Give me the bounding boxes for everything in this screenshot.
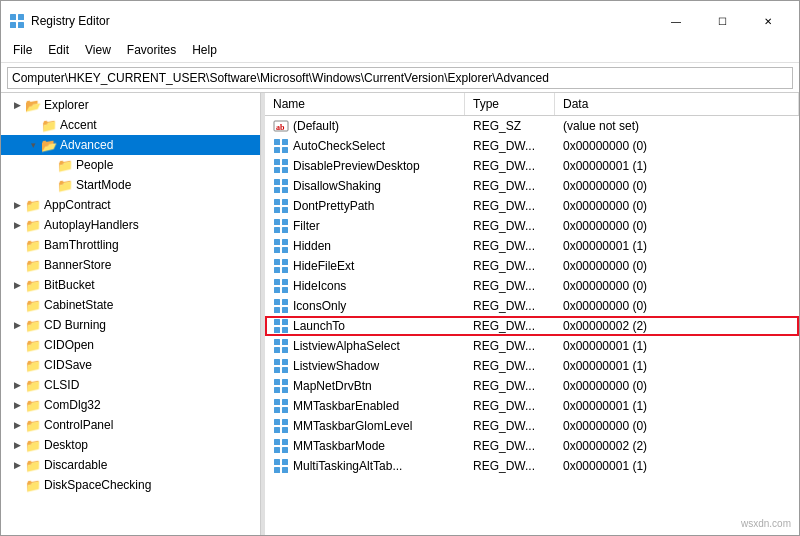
value-name: MultiTaskingAltTab...	[293, 459, 402, 473]
reg-value-icon	[273, 178, 289, 194]
reg-value-icon	[273, 158, 289, 174]
svg-rect-51	[282, 359, 288, 365]
tree-item[interactable]: ▶📁ComDlg32	[1, 395, 260, 415]
tree-item[interactable]: ▶📁BitBucket	[1, 275, 260, 295]
list-row[interactable]: HiddenREG_DW...0x00000001 (1)	[265, 236, 799, 256]
svg-rect-66	[274, 439, 280, 445]
tree-item-label: CD Burning	[44, 318, 106, 332]
col-header-name[interactable]: Name	[265, 93, 465, 115]
svg-rect-9	[282, 147, 288, 153]
svg-rect-0	[10, 14, 16, 20]
svg-rect-13	[282, 167, 288, 173]
svg-rect-71	[282, 459, 288, 465]
cell-type: REG_DW...	[465, 257, 555, 275]
svg-rect-69	[282, 447, 288, 453]
list-row[interactable]: MapNetDrvBtnREG_DW...0x00000000 (0)	[265, 376, 799, 396]
tree-item[interactable]: ▾📂Advanced	[1, 135, 260, 155]
tree-item-label: Advanced	[60, 138, 113, 152]
tree-item[interactable]: 📁BannerStore	[1, 255, 260, 275]
col-header-data[interactable]: Data	[555, 93, 799, 115]
tree-item[interactable]: ▶📁Discardable	[1, 455, 260, 475]
tree-item[interactable]: 📁StartMode	[1, 175, 260, 195]
list-row[interactable]: HideIconsREG_DW...0x00000000 (0)	[265, 276, 799, 296]
svg-rect-31	[282, 259, 288, 265]
tree-item-label: People	[76, 158, 113, 172]
list-row[interactable]: MMTaskbarEnabledREG_DW...0x00000001 (1)	[265, 396, 799, 416]
tree-item[interactable]: ▶📁CLSID	[1, 375, 260, 395]
tree-item[interactable]: ▶📁ControlPanel	[1, 415, 260, 435]
list-row[interactable]: DisablePreviewDesktopREG_DW...0x00000001…	[265, 156, 799, 176]
list-row[interactable]: LaunchToREG_DW...0x00000002 (2)	[265, 316, 799, 336]
svg-rect-33	[282, 267, 288, 273]
svg-rect-25	[282, 227, 288, 233]
tree-item[interactable]: 📁CabinetState	[1, 295, 260, 315]
tree-item[interactable]: 📁DiskSpaceChecking	[1, 475, 260, 495]
address-bar	[1, 63, 799, 93]
cell-data: 0x00000001 (1)	[555, 237, 799, 255]
menu-item-file[interactable]: File	[5, 40, 40, 60]
list-row[interactable]: ab (Default)REG_SZ(value not set)	[265, 116, 799, 136]
svg-rect-8	[274, 147, 280, 153]
reg-value-icon	[273, 418, 289, 434]
list-row[interactable]: DontPrettyPathREG_DW...0x00000000 (0)	[265, 196, 799, 216]
tree-item[interactable]: ▶📁AutoplayHandlers	[1, 215, 260, 235]
window-title: Registry Editor	[31, 14, 110, 28]
tree-item[interactable]: ▶📁Desktop	[1, 435, 260, 455]
tree-item-label: Desktop	[44, 438, 88, 452]
tree-item[interactable]: 📁CIDOpen	[1, 335, 260, 355]
cell-type: REG_DW...	[465, 377, 555, 395]
list-row[interactable]: ListviewShadowREG_DW...0x00000001 (1)	[265, 356, 799, 376]
svg-rect-38	[274, 299, 280, 305]
cell-name: DisablePreviewDesktop	[265, 156, 465, 176]
tree-item-label: CLSID	[44, 378, 79, 392]
folder-icon: 📁	[41, 118, 57, 133]
tree-item[interactable]: 📁People	[1, 155, 260, 175]
cell-type: REG_DW...	[465, 197, 555, 215]
svg-rect-53	[282, 367, 288, 373]
main-content: ▶📂Explorer📁Accent▾📂Advanced📁People📁Start…	[1, 93, 799, 535]
svg-rect-14	[274, 179, 280, 185]
tree-item[interactable]: ▶📁AppContract	[1, 195, 260, 215]
list-row[interactable]: HideFileExtREG_DW...0x00000000 (0)	[265, 256, 799, 276]
tree-item-label: Accent	[60, 118, 97, 132]
cell-type: REG_DW...	[465, 157, 555, 175]
list-row[interactable]: IconsOnlyREG_DW...0x00000000 (0)	[265, 296, 799, 316]
reg-value-icon	[273, 198, 289, 214]
list-row[interactable]: MMTaskbarModeREG_DW...0x00000002 (2)	[265, 436, 799, 456]
address-input[interactable]	[7, 67, 793, 89]
menu-item-edit[interactable]: Edit	[40, 40, 77, 60]
cell-type: REG_DW...	[465, 417, 555, 435]
value-name: LaunchTo	[293, 319, 345, 333]
cell-type: REG_DW...	[465, 277, 555, 295]
svg-rect-18	[274, 199, 280, 205]
tree-item[interactable]: 📁CIDSave	[1, 355, 260, 375]
list-row[interactable]: DisallowShakingREG_DW...0x00000000 (0)	[265, 176, 799, 196]
tree-item[interactable]: 📁Accent	[1, 115, 260, 135]
list-row[interactable]: ListviewAlphaSelectREG_DW...0x00000001 (…	[265, 336, 799, 356]
cell-type: REG_SZ	[465, 117, 555, 135]
tree-item-label: CIDSave	[44, 358, 92, 372]
tree-item[interactable]: ▶📁CD Burning	[1, 315, 260, 335]
folder-icon: 📁	[25, 278, 41, 293]
tree-item[interactable]: 📁BamThrottling	[1, 235, 260, 255]
col-header-type[interactable]: Type	[465, 93, 555, 115]
svg-rect-58	[274, 399, 280, 405]
folder-icon: 📁	[25, 258, 41, 273]
minimize-button[interactable]: —	[653, 6, 699, 36]
list-row[interactable]: MultiTaskingAltTab...REG_DW...0x00000001…	[265, 456, 799, 476]
menu-item-help[interactable]: Help	[184, 40, 225, 60]
menu-item-favorites[interactable]: Favorites	[119, 40, 184, 60]
close-button[interactable]: ✕	[745, 6, 791, 36]
cell-name: Filter	[265, 216, 465, 236]
maximize-button[interactable]: ☐	[699, 6, 745, 36]
svg-rect-20	[274, 207, 280, 213]
menu-item-view[interactable]: View	[77, 40, 119, 60]
tree-item[interactable]: ▶📂Explorer	[1, 95, 260, 115]
list-row[interactable]: FilterREG_DW...0x00000000 (0)	[265, 216, 799, 236]
svg-rect-50	[274, 359, 280, 365]
cell-data: 0x00000002 (2)	[555, 437, 799, 455]
cell-data: 0x00000000 (0)	[555, 377, 799, 395]
tree-item-label: BannerStore	[44, 258, 111, 272]
list-row[interactable]: AutoCheckSelectREG_DW...0x00000000 (0)	[265, 136, 799, 156]
list-row[interactable]: MMTaskbarGlomLevelREG_DW...0x00000000 (0…	[265, 416, 799, 436]
